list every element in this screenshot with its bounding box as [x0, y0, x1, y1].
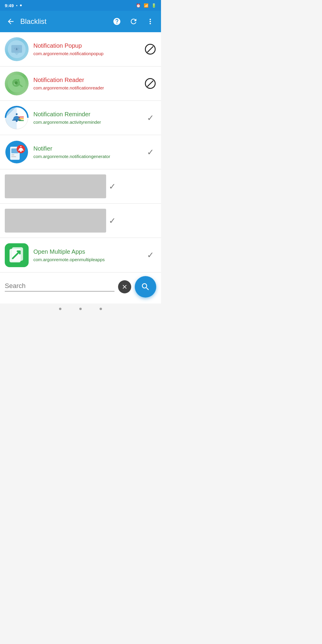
help-button[interactable] [111, 16, 123, 27]
app-package: com.argonremote.notificationgenerator [33, 154, 144, 159]
svg-point-6 [15, 81, 18, 84]
app-text-notification-reminder: Notification Reminder com.argonremote.ac… [33, 111, 144, 125]
placeholder-content [5, 209, 106, 233]
placeholder-content [5, 174, 106, 198]
item-status-allowed[interactable]: ✓ [144, 249, 156, 261]
app-bar-actions [111, 16, 156, 27]
list-item[interactable]: Notification Reader com.argonremote.noti… [0, 66, 161, 101]
app-name: Notification Reminder [33, 111, 144, 118]
list-item[interactable]: ✓ [0, 169, 161, 204]
svg-point-10 [16, 120, 18, 122]
app-icon-notification-popup [5, 37, 29, 61]
app-package: com.argonremote.openmultipleapps [33, 257, 144, 262]
status-bar: 9:49 ▪ ⏰ 📶 🔋 [0, 0, 161, 11]
app-name: Open Multiple Apps [33, 248, 144, 255]
status-right: ⏰ 📶 🔋 [136, 3, 156, 8]
page-title: Blacklist [20, 17, 107, 26]
check-icon: ✓ [147, 113, 154, 123]
bottom-search-bar [0, 272, 161, 304]
check-icon: ✓ [147, 147, 154, 157]
svg-rect-17 [11, 154, 14, 155]
clear-button[interactable] [118, 280, 131, 293]
block-icon [145, 44, 156, 55]
app-text-notification-reader: Notification Reader com.argonremote.noti… [33, 77, 144, 90]
app-name: Notifier [33, 145, 144, 152]
app-text-notification-popup: Notification Popup com.argonremote.notif… [33, 42, 144, 56]
item-status-allowed[interactable]: ✓ [106, 180, 118, 192]
search-button[interactable] [135, 276, 156, 298]
battery-icon: 🔋 [151, 3, 156, 8]
alarm-icon: ⏰ [136, 3, 141, 8]
app-text-notifier: Notifier com.argonremote.notificationgen… [33, 145, 144, 159]
svg-rect-11 [18, 117, 24, 117]
app-icon-notifier [5, 140, 29, 164]
status-time: 9:49 [5, 3, 14, 8]
refresh-button[interactable] [128, 16, 140, 27]
status-left: 9:49 ▪ [5, 3, 22, 8]
svg-rect-18 [11, 156, 16, 157]
list-item[interactable]: Open Multiple Apps com.argonremote.openm… [0, 238, 161, 272]
check-icon: ✓ [147, 250, 154, 260]
app-icon-notification-reminder [5, 106, 29, 130]
app-icon-open-multiple-apps [5, 243, 29, 267]
item-status-allowed[interactable]: ✓ [144, 146, 156, 158]
search-container [5, 282, 114, 292]
nav-home-indicator [79, 308, 82, 310]
message-icon: ▪ [16, 3, 18, 8]
item-status-blocked[interactable] [144, 78, 156, 89]
nav-back-indicator [59, 308, 61, 310]
svg-point-21 [20, 146, 21, 147]
item-status-blocked[interactable] [144, 43, 156, 55]
app-package: com.argonremote.activityreminder [33, 120, 144, 125]
check-icon: ✓ [109, 182, 116, 191]
app-list: Notification Popup com.argonremote.notif… [0, 32, 161, 272]
app-name: Notification Popup [33, 42, 144, 49]
list-item[interactable]: Notifier com.argonremote.notificationgen… [0, 135, 161, 169]
status-dot [20, 4, 22, 6]
nav-bar [0, 304, 161, 314]
list-item[interactable]: Notification Reminder com.argonremote.ac… [0, 101, 161, 135]
nav-recents-indicator [100, 308, 102, 310]
list-item[interactable]: Notification Popup com.argonremote.notif… [0, 32, 161, 66]
app-icon-notification-reader [5, 72, 29, 95]
more-options-button[interactable] [144, 16, 156, 27]
search-input[interactable] [5, 282, 114, 290]
check-icon: ✓ [109, 216, 116, 226]
svg-point-7 [18, 79, 19, 81]
item-status-allowed[interactable]: ✓ [106, 215, 118, 227]
app-text-open-multiple-apps: Open Multiple Apps com.argonremote.openm… [33, 248, 144, 262]
app-package: com.argonremote.notificationpopup [33, 51, 144, 56]
item-status-allowed[interactable]: ✓ [144, 112, 156, 124]
block-icon [145, 78, 156, 89]
app-bar: Blacklist [0, 11, 161, 32]
app-name: Notification Reader [33, 77, 144, 83]
svg-rect-13 [18, 120, 24, 121]
svg-rect-12 [18, 118, 24, 119]
list-item[interactable]: ✓ [0, 204, 161, 238]
svg-point-20 [20, 151, 22, 152]
svg-point-9 [16, 113, 18, 115]
signal-icon: 📶 [144, 3, 148, 8]
back-button[interactable] [5, 16, 17, 27]
app-package: com.argonremote.notificationreader [33, 85, 144, 90]
